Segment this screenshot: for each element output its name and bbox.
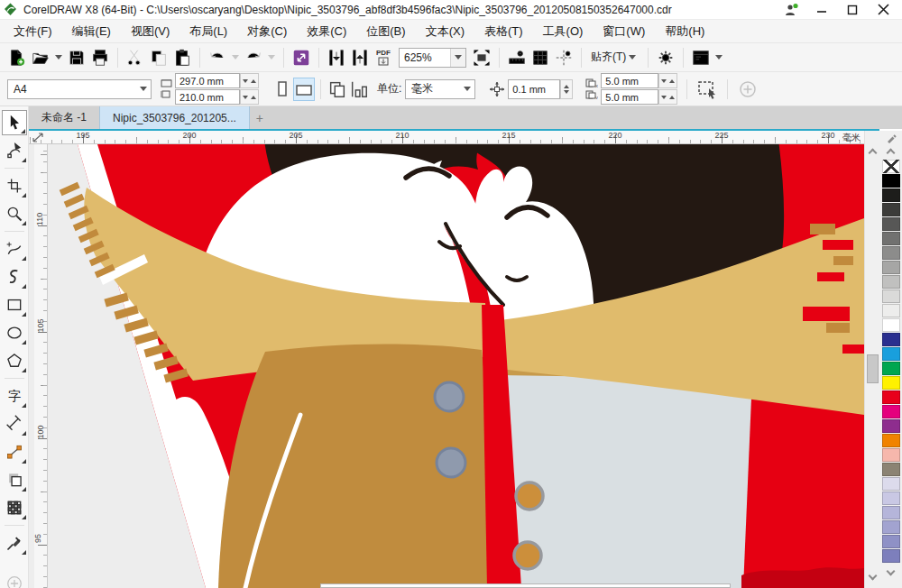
parallel-dimension-tool[interactable] [2, 411, 27, 436]
undo-dropdown-icon[interactable] [232, 55, 239, 60]
color-swatch[interactable] [882, 232, 900, 245]
color-swatch[interactable] [882, 535, 900, 548]
color-swatch[interactable] [882, 246, 900, 260]
page-width-spinner[interactable] [240, 73, 259, 88]
publish-pdf-icon[interactable]: PDF [372, 46, 395, 69]
window-layout-dropdown-icon[interactable] [715, 55, 723, 60]
redo-icon[interactable] [242, 46, 265, 69]
color-swatch[interactable] [882, 217, 900, 231]
portrait-button[interactable] [272, 78, 293, 101]
vertical-scrollbar[interactable] [864, 131, 879, 588]
undo-icon[interactable] [206, 46, 229, 69]
save-icon[interactable] [65, 46, 88, 69]
color-swatch[interactable] [882, 275, 900, 289]
menu-item-bitmaps[interactable]: 位图(B) [356, 20, 415, 43]
cut-icon[interactable] [124, 46, 147, 69]
duplicate-x-field[interactable]: 5.0 mm [601, 73, 658, 88]
menu-item-window[interactable]: 窗口(W) [593, 20, 655, 43]
color-swatch[interactable] [882, 448, 900, 462]
color-swatch[interactable] [882, 362, 900, 375]
treat-as-filled-icon[interactable] [696, 78, 718, 101]
shape-tool[interactable] [2, 138, 27, 163]
horizontal-ruler[interactable]: 195 200 205 210 215 220 225 230 毫米 [29, 129, 864, 144]
add-property-icon[interactable] [737, 78, 759, 101]
new-document-icon[interactable] [5, 46, 29, 69]
current-page-settings-icon[interactable] [327, 78, 348, 101]
nudge-offset-spinner[interactable] [560, 79, 573, 99]
scroll-up-button[interactable] [865, 145, 880, 161]
color-swatch[interactable] [882, 188, 900, 202]
menu-item-effects[interactable]: 效果(C) [297, 20, 356, 43]
b-spline-tool[interactable] [2, 264, 27, 289]
units-combo[interactable]: 毫米 [405, 79, 475, 99]
duplicate-x-spinner[interactable] [658, 73, 677, 88]
zoom-dropdown-icon[interactable] [450, 49, 465, 67]
tab-untitled-1[interactable]: 未命名 -1 [29, 106, 99, 129]
horizontal-scrollbar-stub[interactable] [320, 583, 731, 588]
show-grid-icon[interactable] [529, 46, 552, 69]
color-swatch[interactable] [882, 520, 900, 534]
paste-icon[interactable] [170, 46, 194, 69]
color-swatch[interactable] [882, 506, 900, 519]
new-document-tab-button[interactable]: + [250, 106, 270, 129]
color-eyedropper-tool[interactable] [2, 530, 27, 556]
menu-item-help[interactable]: 帮助(H) [655, 20, 714, 43]
duplicate-y-field[interactable]: 5.0 mm [601, 89, 658, 105]
swatch-no-color[interactable] [882, 160, 900, 173]
palette-scroll-up-icon[interactable] [888, 145, 894, 160]
snap-dropdown-icon[interactable] [629, 55, 636, 60]
window-layout-icon[interactable] [689, 46, 713, 69]
scroll-down-button[interactable] [865, 568, 880, 583]
color-swatch[interactable] [882, 376, 900, 390]
open-icon[interactable] [29, 46, 52, 69]
polygon-tool[interactable] [2, 348, 27, 373]
minimize-button[interactable] [808, 2, 835, 18]
connector-tool[interactable] [2, 439, 27, 464]
close-button[interactable] [870, 2, 897, 18]
drop-shadow-tool[interactable] [2, 467, 27, 492]
color-swatch[interactable] [882, 390, 900, 404]
tab-nipic-document[interactable]: Nipic_3503796_201205... [99, 106, 250, 129]
open-dropdown-icon[interactable] [55, 55, 62, 60]
landscape-button[interactable] [293, 78, 315, 101]
menu-item-file[interactable]: 文件(F) [4, 20, 62, 43]
menu-item-tools[interactable]: 工具(O) [533, 20, 594, 43]
menu-item-edit[interactable]: 编辑(E) [62, 20, 121, 43]
color-swatch[interactable] [882, 318, 900, 332]
page-dimensions-icon[interactable] [348, 78, 370, 101]
menu-item-table[interactable]: 表格(T) [474, 20, 533, 43]
text-tool[interactable]: 字 [2, 383, 27, 409]
color-swatch[interactable] [882, 477, 900, 491]
copy-icon[interactable] [147, 46, 170, 69]
show-guidelines-icon[interactable] [552, 46, 575, 69]
color-swatch[interactable] [882, 405, 900, 418]
palette-pencil-icon[interactable] [886, 131, 897, 145]
rectangle-tool[interactable] [2, 292, 27, 317]
duplicate-y-spinner[interactable] [658, 89, 677, 105]
color-swatch[interactable] [882, 333, 900, 346]
color-swatch[interactable] [882, 203, 900, 216]
export-icon[interactable] [348, 46, 372, 69]
ellipse-tool[interactable] [2, 320, 27, 345]
page-height-spinner[interactable] [240, 89, 259, 105]
redo-dropdown-icon[interactable] [268, 55, 275, 60]
maximize-button[interactable] [839, 2, 866, 18]
zoom-tool[interactable] [2, 201, 27, 226]
menu-item-view[interactable]: 视图(V) [121, 20, 179, 43]
color-swatch[interactable] [882, 419, 900, 433]
vertical-ruler[interactable]: 110 105 100 95 [34, 144, 48, 588]
color-swatch[interactable] [882, 347, 900, 361]
nudge-offset-field[interactable]: 0.1 mm [508, 79, 560, 99]
zoom-level-combo[interactable]: 625% [399, 48, 466, 68]
transparency-tool[interactable] [2, 495, 27, 520]
menu-item-object[interactable]: 对象(C) [237, 20, 297, 43]
color-swatch[interactable] [882, 492, 900, 505]
color-swatch[interactable] [882, 463, 900, 476]
menu-item-layout[interactable]: 布局(L) [179, 20, 237, 43]
page-width-field[interactable]: 297.0 mm [175, 73, 240, 88]
menu-item-text[interactable]: 文本(X) [416, 20, 474, 43]
print-icon[interactable] [88, 46, 112, 69]
crop-tool[interactable] [2, 173, 27, 198]
account-icon[interactable] [778, 2, 805, 18]
fullscreen-preview-icon[interactable] [470, 46, 493, 69]
